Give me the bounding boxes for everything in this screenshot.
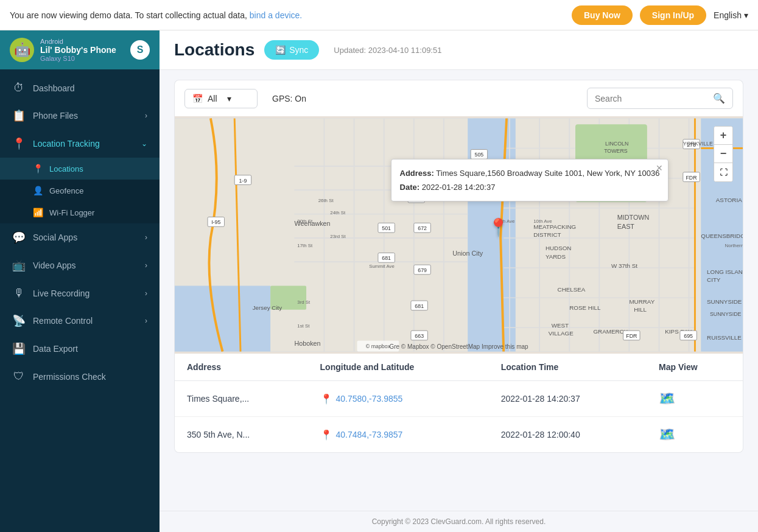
svg-text:YORKVILLE: YORKVILLE bbox=[683, 141, 713, 147]
remote-control-icon: 📡 bbox=[12, 314, 26, 327]
svg-text:505: 505 bbox=[475, 152, 484, 158]
sidebar-item-geofence[interactable]: 👤 Geofence bbox=[0, 180, 160, 201]
sidebar-header: 🤖 Android Lil' Bobby's Phone Galaxy S10 … bbox=[0, 30, 160, 69]
svg-text:679: 679 bbox=[418, 267, 427, 273]
svg-text:HUDSON: HUDSON bbox=[546, 245, 572, 251]
chevron-right-icon: › bbox=[145, 233, 147, 242]
footer-text: Copyright © 2023 ClevGuard.com. All righ… bbox=[372, 517, 546, 526]
svg-text:ROSE HILL: ROSE HILL bbox=[569, 304, 601, 311]
data-export-icon: 💾 bbox=[12, 342, 26, 355]
phone-files-icon: 📋 bbox=[12, 109, 26, 122]
sidebar-item-locations[interactable]: 📍 Locations bbox=[0, 158, 160, 180]
svg-text:663: 663 bbox=[415, 333, 424, 339]
cell-coordinates[interactable]: 📍 40.7580,-73.9855 bbox=[308, 381, 489, 417]
sign-in-button[interactable]: Sign In/Up bbox=[640, 5, 706, 25]
sidebar-item-live-recording[interactable]: 🎙 Live Recording › bbox=[0, 279, 160, 307]
map-container[interactable]: Central Park Union City Weehawken Jersey… bbox=[174, 116, 743, 354]
sidebar-item-data-export[interactable]: 💾 Data Export bbox=[0, 335, 160, 363]
coordinates-value[interactable]: 40.7580,-73.9855 bbox=[336, 394, 403, 404]
chevron-down-icon: ⌄ bbox=[141, 139, 147, 148]
sidebar-item-dashboard[interactable]: ⏱ Dashboard bbox=[0, 74, 160, 102]
android-icon: 🤖 bbox=[10, 38, 34, 62]
page-title: Locations bbox=[174, 40, 254, 60]
location-coord-icon: 📍 bbox=[320, 393, 332, 405]
sync-button[interactable]: 🔄 Sync bbox=[264, 40, 319, 60]
sidebar-item-social-apps[interactable]: 💬 Social Apps › bbox=[0, 223, 160, 251]
map-zoom-out-button[interactable]: − bbox=[714, 145, 732, 163]
column-map-view: Map View bbox=[647, 354, 743, 381]
table-header-row: Address Longitude and Latitude Location … bbox=[175, 354, 743, 381]
svg-text:3rd St: 3rd St bbox=[297, 299, 311, 305]
sidebar-item-label: Dashboard bbox=[33, 83, 75, 93]
svg-text:10th Ave: 10th Ave bbox=[533, 219, 552, 224]
filter-bar: 📅 All ▾ GPS: On 🔍 bbox=[174, 80, 743, 116]
map-attribution: Gre © Mapbox © OpenStreetMap Improve thi… bbox=[389, 343, 528, 350]
cell-address: Times Square,... bbox=[175, 381, 308, 417]
svg-text:RUISSVILLE: RUISSVILLE bbox=[707, 334, 742, 341]
svg-text:Union City: Union City bbox=[452, 250, 483, 257]
sidebar-item-label: Location Tracking bbox=[33, 139, 100, 149]
bind-device-link[interactable]: bind a device. bbox=[250, 10, 302, 20]
cell-map-view[interactable]: 🗺️ bbox=[647, 417, 743, 453]
svg-text:WEST: WEST bbox=[552, 322, 569, 329]
map-zoom-in-button[interactable]: + bbox=[714, 127, 732, 145]
sidebar-item-permissions-check[interactable]: 🛡 Permissions Check bbox=[0, 363, 160, 390]
table-row: Times Square,... 📍 40.7580,-73.9855 2022… bbox=[175, 381, 743, 417]
coordinates-value[interactable]: 40.7484,-73.9857 bbox=[336, 430, 403, 439]
sidebar-item-label: Live Recording bbox=[33, 289, 89, 298]
calendar-icon: 📅 bbox=[192, 94, 203, 103]
map-location-pin[interactable]: 📍 bbox=[488, 217, 509, 237]
sidebar-item-location-tracking[interactable]: 📍 Location Tracking ⌄ bbox=[0, 130, 160, 158]
map-view-icon[interactable]: 🗺️ bbox=[659, 391, 675, 406]
sidebar-item-phone-files[interactable]: 📋 Phone Files › bbox=[0, 102, 160, 130]
map-fullscreen-button[interactable]: ⛶ bbox=[714, 163, 732, 181]
map-svg: Central Park Union City Weehawken Jersey… bbox=[175, 116, 743, 354]
live-recording-icon: 🎙 bbox=[12, 287, 26, 299]
svg-text:26th St: 26th St bbox=[318, 198, 334, 203]
svg-text:W 37th St: W 37th St bbox=[611, 262, 637, 269]
svg-text:FDR: FDR bbox=[686, 175, 697, 181]
sidebar-item-wifi-logger[interactable]: 📶 Wi-Fi Logger bbox=[0, 201, 160, 223]
svg-text:Summit Ave: Summit Ave bbox=[369, 264, 395, 269]
map-view-icon[interactable]: 🗺️ bbox=[659, 427, 675, 442]
sidebar-item-video-apps[interactable]: 📺 Video Apps › bbox=[0, 251, 160, 279]
sidebar-item-remote-control[interactable]: 📡 Remote Control › bbox=[0, 307, 160, 335]
date-value: 2022-01-28 14:20:37 bbox=[422, 183, 496, 192]
map-popup: ✕ Address: Times Square,1560 Broadway Su… bbox=[391, 159, 669, 201]
map-popup-date: Date: 2022-01-28 14:20:37 bbox=[400, 181, 660, 194]
column-address: Address bbox=[175, 354, 308, 381]
search-box[interactable]: 🔍 bbox=[587, 88, 733, 109]
search-icon[interactable]: 🔍 bbox=[713, 93, 725, 104]
cell-coordinates[interactable]: 📍 40.7484,-73.9857 bbox=[308, 417, 489, 453]
dashboard-icon: ⏱ bbox=[12, 82, 26, 94]
cell-time: 2022-01-28 12:00:40 bbox=[489, 417, 647, 453]
svg-text:I-95: I-95 bbox=[211, 219, 220, 225]
svg-text:CHELSEA: CHELSEA bbox=[558, 286, 586, 293]
search-input[interactable] bbox=[595, 94, 708, 103]
date-filter-dropdown[interactable]: 📅 All ▾ bbox=[184, 89, 258, 108]
column-time: Location Time bbox=[489, 354, 647, 381]
cell-map-view[interactable]: 🗺️ bbox=[647, 381, 743, 417]
map-popup-address: Address: Times Square,1560 Broadway Suit… bbox=[400, 167, 660, 180]
content-area: Locations 🔄 Sync Updated: 2023-04-10 11:… bbox=[160, 30, 758, 532]
svg-text:681: 681 bbox=[382, 255, 391, 261]
dropdown-chevron-icon: ▾ bbox=[227, 94, 231, 103]
last-updated-text: Updated: 2023-04-10 11:09:51 bbox=[334, 46, 441, 55]
main-layout: 🤖 Android Lil' Bobby's Phone Galaxy S10 … bbox=[0, 30, 758, 532]
svg-text:Northern Blvd: Northern Blvd bbox=[725, 243, 743, 248]
account-icon[interactable]: S bbox=[130, 40, 150, 60]
location-pin-icon: 📍 bbox=[33, 164, 43, 173]
svg-text:17th St: 17th St bbox=[297, 243, 313, 248]
footer: Copyright © 2023 ClevGuard.com. All righ… bbox=[160, 511, 758, 532]
table-row: 350 5th Ave, N... 📍 40.7484,-73.9857 202… bbox=[175, 417, 743, 453]
address-label: Address: bbox=[400, 169, 434, 178]
svg-text:SUNNYSIDE: SUNNYSIDE bbox=[707, 298, 742, 305]
buy-now-button[interactable]: Buy Now bbox=[572, 5, 633, 25]
language-selector[interactable]: English ▾ bbox=[714, 10, 748, 20]
sidebar-item-label: Data Export bbox=[33, 344, 78, 354]
sidebar-item-label: Social Apps bbox=[33, 233, 77, 242]
sidebar-sub-item-label: Wi-Fi Logger bbox=[49, 208, 94, 217]
device-name: Lil' Bobby's Phone bbox=[40, 45, 124, 55]
location-tracking-icon: 📍 bbox=[12, 137, 26, 150]
map-popup-close-button[interactable]: ✕ bbox=[656, 163, 663, 173]
